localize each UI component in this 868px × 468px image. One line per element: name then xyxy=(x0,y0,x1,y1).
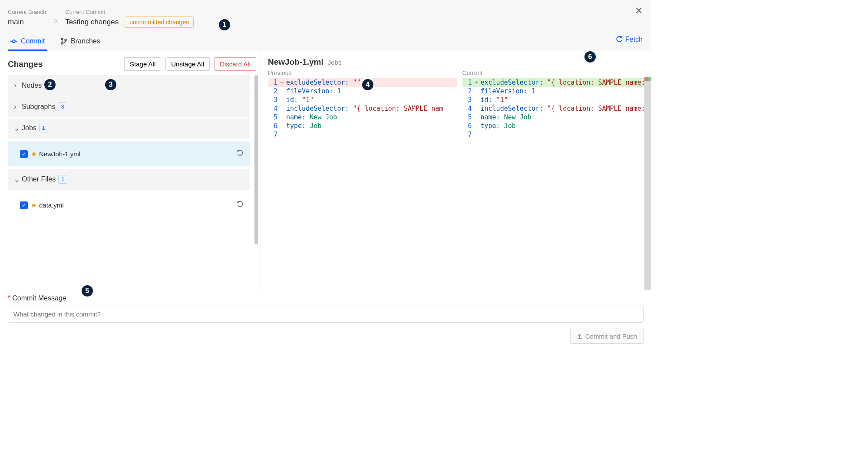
modified-dot-icon xyxy=(32,204,36,207)
chevron-down-icon: ⌄ xyxy=(14,175,22,184)
diff-current-code[interactable]: 1+excludeSelector: "{ location: SAMPLE n… xyxy=(462,78,652,290)
stage-all-button[interactable]: Stage All xyxy=(124,57,161,71)
diff-previous-code[interactable]: 1–excludeSelector: ""2fileVersion: 13id:… xyxy=(268,78,457,290)
branch-icon xyxy=(60,38,67,45)
fetch-button[interactable]: Fetch xyxy=(616,36,643,43)
marker-5: 5 xyxy=(81,284,94,297)
breadcrumb-separator: > xyxy=(54,17,57,24)
group-label: Subgraphs xyxy=(22,103,55,111)
svg-point-5 xyxy=(65,39,66,41)
commit-icon xyxy=(10,38,17,45)
svg-point-0 xyxy=(13,40,15,43)
required-star: * xyxy=(8,294,10,302)
file-name: NewJob-1.yml xyxy=(39,150,80,158)
count-badge: 3 xyxy=(58,102,67,111)
count-badge: 1 xyxy=(58,175,67,184)
header: Current Branch main > Current Commit Tes… xyxy=(0,0,651,33)
changes-title: Changes xyxy=(8,59,43,69)
file-name: data.yml xyxy=(39,201,64,209)
marker-2: 2 xyxy=(43,78,56,91)
close-button[interactable]: ✕ xyxy=(635,6,643,16)
marker-1: 1 xyxy=(218,18,231,31)
group-label: Jobs xyxy=(22,124,36,132)
revert-icon[interactable] xyxy=(236,149,244,158)
revert-icon[interactable] xyxy=(236,201,244,210)
current-commit-value: Testing changes xyxy=(65,18,119,26)
unstage-all-button[interactable]: Unstage All xyxy=(165,57,210,71)
upload-icon xyxy=(577,333,583,339)
svg-point-4 xyxy=(61,43,63,44)
commit-message-input[interactable] xyxy=(8,306,644,323)
tabs: Commit Branches Fetch xyxy=(0,33,651,51)
group-subgraphs[interactable]: › Subgraphs 3 xyxy=(8,96,250,118)
group-label: Nodes xyxy=(22,82,42,89)
overview-ruler[interactable] xyxy=(644,77,651,290)
commit-message-label: * Commit Message xyxy=(8,294,644,302)
modified-dot-icon xyxy=(32,152,36,156)
group-label: Other Files xyxy=(22,175,56,183)
current-branch-label: Current Branch xyxy=(8,9,46,15)
refresh-icon xyxy=(616,36,623,43)
file-newjob[interactable]: ✓ NewJob-1.yml xyxy=(8,142,250,166)
current-commit-label: Current Commit xyxy=(65,9,119,15)
diff-filename: NewJob-1.yml xyxy=(268,57,323,67)
current-branch-value[interactable]: main xyxy=(8,18,46,26)
checkbox-checked-icon[interactable]: ✓ xyxy=(20,201,28,209)
tab-commit[interactable]: Commit xyxy=(8,33,47,51)
status-badge: uncommitted changes xyxy=(125,16,194,28)
group-jobs[interactable]: ⌄ Jobs 1 xyxy=(8,118,250,139)
diff-folder: Jobs xyxy=(328,59,342,66)
tab-branches-label: Branches xyxy=(71,37,100,45)
marker-3: 3 xyxy=(104,78,117,91)
diff-previous-label: Previous xyxy=(268,69,457,76)
checkbox-checked-icon[interactable]: ✓ xyxy=(20,150,28,158)
chevron-down-icon: ⌄ xyxy=(14,124,22,132)
diff-previous-pane: Previous 1–excludeSelector: ""2fileVersi… xyxy=(268,69,457,290)
chevron-right-icon: › xyxy=(14,103,22,111)
file-data[interactable]: ✓ data.yml xyxy=(8,193,250,218)
commit-and-push-button[interactable]: Commit and Push xyxy=(570,329,644,344)
tab-commit-label: Commit xyxy=(21,37,45,45)
group-other-files[interactable]: ⌄ Other Files 1 xyxy=(8,169,250,190)
diff-current-label: Current xyxy=(462,69,652,76)
svg-point-3 xyxy=(61,38,63,40)
marker-4: 4 xyxy=(361,78,374,91)
discard-all-button[interactable]: Discard All xyxy=(214,57,256,71)
diff-current-pane: Current 1+excludeSelector: "{ location: … xyxy=(462,69,652,290)
scrollbar[interactable] xyxy=(254,75,258,290)
count-badge: 1 xyxy=(39,124,48,132)
changes-tree: › Nodes 7 › Subgraphs 3 ⌄ Jobs 1 ✓ xyxy=(8,75,261,290)
chevron-right-icon: › xyxy=(14,82,22,89)
tab-branches[interactable]: Branches xyxy=(58,33,103,51)
fetch-label: Fetch xyxy=(625,36,643,43)
marker-6: 6 xyxy=(584,50,597,63)
